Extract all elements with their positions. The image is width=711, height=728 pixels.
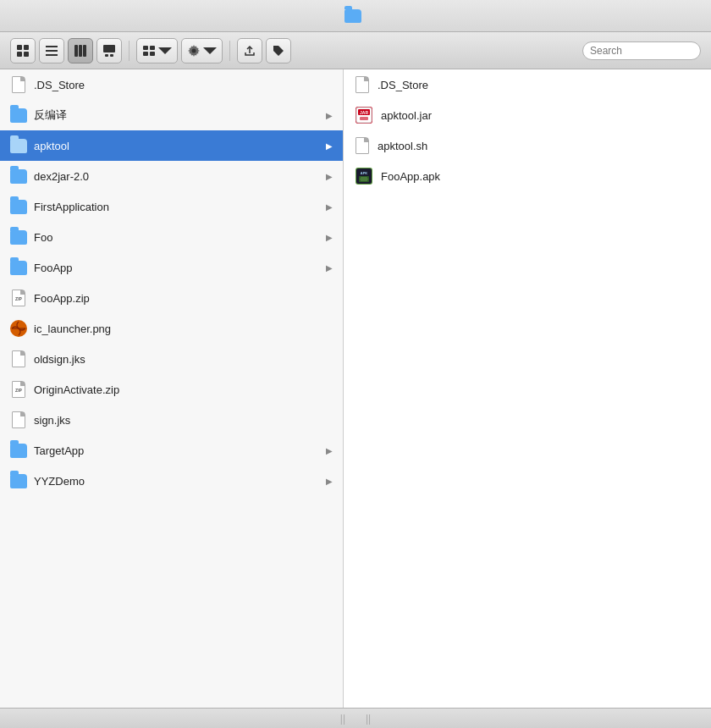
list-item[interactable]: ZIPOriginActivate.zip	[0, 374, 343, 405]
list-item[interactable]: apktool▶	[0, 130, 343, 161]
folder-icon	[10, 230, 27, 245]
list-item[interactable]: ic_launcher.png	[0, 313, 343, 344]
gear-icon	[187, 44, 201, 58]
svg-rect-6	[46, 54, 58, 56]
jar-icon: JAR	[356, 107, 372, 124]
column-view-button[interactable]	[68, 38, 93, 63]
svg-rect-3	[24, 52, 29, 57]
group-button[interactable]	[136, 38, 178, 63]
list-item[interactable]: TargetApp▶	[0, 435, 343, 466]
svg-rect-8	[79, 45, 82, 57]
list-item[interactable]: Foo▶	[0, 222, 343, 252]
list-item[interactable]: sign.jks	[0, 405, 343, 435]
svg-text:JAR: JAR	[360, 110, 368, 115]
svg-rect-13	[143, 46, 148, 50]
gallery-view-button[interactable]	[96, 38, 122, 63]
svg-rect-0	[17, 45, 22, 50]
svg-rect-1	[24, 45, 29, 50]
column-view-icon	[74, 44, 87, 58]
list-item[interactable]: ZIPFooApp.zip	[0, 283, 343, 313]
list-item[interactable]: 反编译▶	[0, 100, 343, 130]
list-item[interactable]: .DS_Store	[344, 69, 711, 100]
file-icon	[12, 411, 25, 428]
chevron-right-icon: ▶	[326, 263, 333, 273]
share-button[interactable]	[237, 38, 262, 63]
list-view-button[interactable]	[39, 38, 64, 63]
svg-rect-2	[17, 52, 22, 57]
svg-marker-17	[158, 47, 172, 54]
share-icon	[243, 44, 256, 58]
tag-icon	[272, 44, 285, 58]
list-item[interactable]: JAR apktool.jar	[344, 100, 711, 130]
tag-button[interactable]	[266, 38, 291, 63]
file-icon	[356, 76, 369, 93]
list-item[interactable]: dex2jar-2.0▶	[0, 161, 343, 191]
file-name: FooApp	[34, 262, 322, 274]
toolbar	[0, 32, 711, 69]
list-item[interactable]: YYZDemo▶	[0, 466, 343, 496]
folder-icon	[10, 108, 27, 123]
file-name: .DS_Store	[34, 79, 333, 91]
list-item[interactable]: FooApp▶	[0, 252, 343, 283]
file-name: 反编译	[34, 108, 322, 123]
folder-icon	[10, 261, 27, 275]
svg-rect-26	[360, 117, 368, 120]
toolbar-separator-2	[229, 41, 230, 61]
file-name: OriginActivate.zip	[34, 383, 333, 396]
file-name: YYZDemo	[34, 475, 322, 488]
svg-rect-10	[103, 45, 115, 52]
window-title	[344, 9, 367, 23]
chevron-right-icon: ▶	[326, 233, 333, 242]
zip-icon: ZIP	[12, 290, 25, 306]
chevron-right-icon: ▶	[326, 477, 333, 486]
chevron-right-icon: ▶	[326, 172, 333, 181]
sh-icon	[356, 137, 369, 154]
file-name: FooApp.apk	[381, 170, 701, 183]
file-name: ic_launcher.png	[34, 323, 333, 335]
file-name: FooApp.zip	[34, 292, 333, 305]
file-name: apktool.jar	[381, 109, 701, 122]
svg-rect-32	[361, 177, 367, 181]
apk-icon: APK	[356, 168, 372, 185]
svg-rect-9	[83, 45, 86, 57]
icon-view-button[interactable]	[10, 38, 36, 63]
list-item[interactable]: FirstApplication▶	[0, 191, 343, 222]
list-item[interactable]: APK FooApp.apk	[344, 161, 711, 191]
svg-rect-12	[110, 54, 113, 57]
svg-rect-4	[46, 46, 58, 47]
action-button[interactable]	[181, 38, 223, 63]
file-name: dex2jar-2.0	[34, 170, 322, 183]
search-input[interactable]	[582, 41, 701, 60]
svg-rect-16	[150, 52, 155, 56]
file-name: apktool.sh	[378, 140, 701, 152]
file-name: .DS_Store	[378, 79, 701, 91]
list-item[interactable]: oldsign.jks	[0, 344, 343, 374]
folder-icon	[10, 169, 27, 184]
gallery-view-icon	[102, 44, 116, 58]
toolbar-separator-1	[129, 41, 130, 61]
status-text: || ||	[340, 713, 371, 725]
folder-icon	[10, 200, 27, 214]
list-item[interactable]: .DS_Store	[0, 69, 343, 100]
file-name: FirstApplication	[34, 201, 322, 213]
list-item[interactable]: apktool.sh	[344, 130, 711, 161]
file-name: Foo	[34, 231, 322, 244]
list-view-icon	[45, 44, 58, 58]
svg-marker-19	[203, 47, 217, 54]
file-name: apktool	[34, 140, 322, 152]
file-name: sign.jks	[34, 414, 333, 427]
svg-rect-5	[46, 50, 58, 52]
right-pane: .DS_Store JAR apktool.jarapktool.sh APK …	[344, 69, 711, 708]
svg-rect-11	[105, 54, 108, 57]
group-icon	[142, 44, 156, 58]
title-bar	[0, 0, 711, 32]
svg-rect-7	[74, 45, 78, 57]
chevron-right-icon: ▶	[326, 202, 333, 212]
folder-icon	[10, 139, 27, 153]
file-icon	[12, 76, 25, 93]
svg-rect-14	[150, 46, 155, 50]
chevron-right-icon: ▶	[326, 141, 333, 151]
file-name: TargetApp	[34, 444, 322, 457]
file-name: oldsign.jks	[34, 353, 333, 366]
folder-icon	[10, 444, 27, 458]
